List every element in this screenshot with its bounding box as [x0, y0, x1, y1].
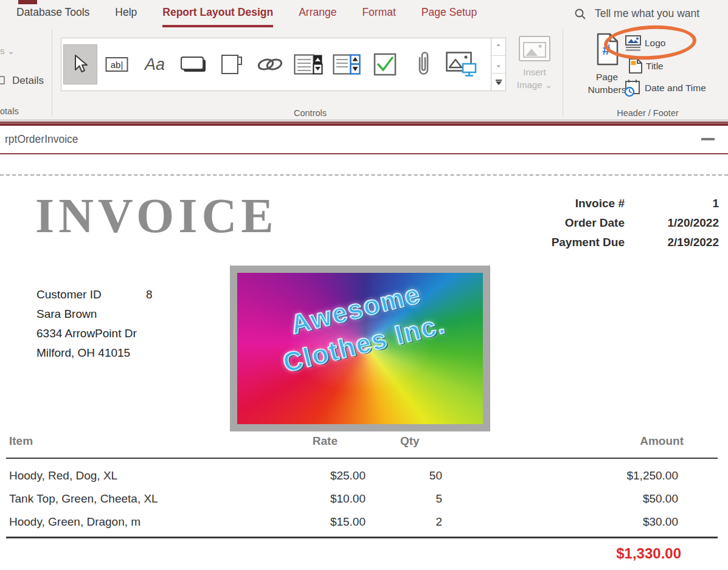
- cell-rate[interactable]: $25.00: [330, 469, 366, 482]
- button-icon: [180, 56, 207, 73]
- gallery-scroll-up-button[interactable]: ⌃: [491, 38, 505, 56]
- expand-gallery-icon: [496, 80, 502, 85]
- cell-item[interactable]: Hoody, Red, Dog, XL: [9, 469, 117, 482]
- payment-due-value[interactable]: 2/19/2022: [625, 236, 719, 249]
- insert-image-icon: [518, 35, 551, 62]
- tab-database-tools[interactable]: Database Tools: [16, 0, 89, 27]
- customer-name[interactable]: Sara Brown: [36, 304, 153, 324]
- insert-image-label-2: Image ⌄: [517, 78, 552, 91]
- table-row: Hoody, Red, Dog, XL $25.00 50 $1,250.00: [0, 464, 728, 487]
- label-aa-icon: Aa: [145, 57, 165, 73]
- ribbon-group-labels: Controls Header / Footer: [0, 108, 728, 120]
- image-control-icon: [446, 52, 477, 77]
- invoice-title[interactable]: INVOICE: [35, 191, 278, 240]
- header-footer-group-label: Header / Footer: [608, 108, 687, 118]
- cell-amount[interactable]: $50.00: [643, 492, 678, 506]
- gallery-scroll-down-button[interactable]: ⌄: [491, 56, 505, 74]
- report-layout-view: rptOrderInvoice INVOICE Invoice # 1 Orde…: [0, 126, 728, 570]
- order-date-value[interactable]: 1/20/2022: [625, 216, 719, 230]
- tab-arrange[interactable]: Arrange: [299, 0, 336, 27]
- cell-qty[interactable]: 5: [435, 492, 442, 506]
- table-footer-rule: [6, 537, 718, 538]
- col-header-rate[interactable]: Rate: [313, 434, 338, 448]
- table-row: Hoody, Green, Dragon, m $15.00 2 $30.00: [0, 510, 728, 533]
- invoice-number-label[interactable]: Invoice #: [494, 197, 625, 210]
- collapse-dash[interactable]: [701, 138, 715, 140]
- tab-format[interactable]: Format: [362, 0, 395, 27]
- combo-box-icon: [294, 54, 323, 75]
- col-header-qty[interactable]: Qty: [400, 434, 420, 448]
- cell-amount[interactable]: $30.00: [643, 515, 678, 529]
- invoice-meta: Invoice # 1 Order Date 1/20/2022 Payment…: [494, 194, 719, 252]
- logo-button[interactable]: Logo: [625, 35, 665, 51]
- company-logo-image[interactable]: Awesome Clothes Inc.: [230, 266, 490, 431]
- cell-item[interactable]: Tank Top, Green, Cheeta, XL: [9, 492, 158, 506]
- hide-details-button[interactable]: Details: [12, 75, 44, 87]
- tab-report-layout-design[interactable]: Report Layout Design: [162, 0, 273, 27]
- text-box-icon: ab|: [105, 56, 128, 73]
- hyperlink-tool[interactable]: [251, 38, 289, 91]
- order-date-row: Order Date 1/20/2022: [494, 213, 719, 233]
- list-box-tool[interactable]: [327, 38, 366, 91]
- order-date-label[interactable]: Order Date: [494, 216, 625, 230]
- select-tool-button[interactable]: [63, 44, 97, 84]
- ribbon-bottom-separator: [0, 120, 728, 126]
- invoice-number-row: Invoice # 1: [494, 194, 719, 213]
- table-row: Tank Top, Green, Cheeta, XL $10.00 5 $50…: [0, 487, 728, 510]
- cutoff-dropdown[interactable]: s ⌄: [0, 46, 15, 57]
- cell-qty[interactable]: 50: [429, 469, 442, 482]
- customer-id-value[interactable]: 8: [146, 285, 153, 304]
- col-header-item[interactable]: Item: [9, 434, 33, 448]
- tab-control-icon: [221, 54, 243, 75]
- customer-id-label[interactable]: Customer ID: [36, 285, 146, 304]
- tab-underline: [0, 153, 728, 154]
- search-icon: [574, 8, 586, 20]
- cell-rate[interactable]: $10.00: [330, 492, 366, 506]
- group-divider: [563, 29, 563, 117]
- invoice-total[interactable]: $1,330.00: [616, 545, 681, 562]
- image-control-tool[interactable]: [442, 38, 480, 91]
- label-tool[interactable]: Aa: [136, 38, 174, 91]
- paperclip-icon: [415, 52, 431, 77]
- check-box-tool[interactable]: [366, 38, 404, 91]
- title-button[interactable]: Title: [628, 58, 664, 74]
- logo-label: Logo: [645, 38, 665, 49]
- title-label: Title: [646, 61, 664, 72]
- group-divider: [52, 29, 52, 117]
- controls-gallery: ab| Aa: [61, 38, 506, 91]
- cell-item[interactable]: Hoody, Green, Dragon, m: [9, 515, 140, 529]
- customer-address-1[interactable]: 6334 ArrowPoint Dr: [36, 324, 153, 343]
- payment-due-row: Payment Due 2/19/2022: [494, 233, 719, 252]
- attachment-tool[interactable]: [404, 38, 442, 91]
- cell-rate[interactable]: $15.00: [330, 515, 366, 529]
- page-numbers-icon: #: [594, 33, 620, 66]
- button-tool[interactable]: [174, 38, 212, 91]
- table-header-rule: [6, 458, 718, 459]
- gallery-expand-button[interactable]: [491, 74, 505, 91]
- combo-box-tool[interactable]: [289, 38, 327, 91]
- svg-text:ab|: ab|: [110, 60, 123, 70]
- customer-block: Customer ID 8 Sara Brown 6334 ArrowPoint…: [36, 285, 153, 363]
- col-header-amount[interactable]: Amount: [640, 434, 684, 448]
- cell-qty[interactable]: 2: [435, 515, 442, 529]
- tell-me-search[interactable]: Tell me what you want: [574, 0, 699, 27]
- text-box-tool[interactable]: ab|: [97, 38, 136, 91]
- controls-group-label: Controls: [283, 108, 338, 118]
- report-object-tab[interactable]: rptOrderInvoice: [5, 133, 78, 146]
- customer-address-2[interactable]: Milford, OH 41015: [36, 343, 153, 363]
- tab-help[interactable]: Help: [115, 0, 137, 27]
- cell-amount[interactable]: $1,250.00: [626, 469, 678, 482]
- insert-image-button[interactable]: Insert Image ⌄: [512, 35, 557, 103]
- customer-id-row: Customer ID 8: [36, 285, 153, 304]
- tab-control-tool[interactable]: [212, 38, 251, 91]
- grouping-totals-group: s ⌄ Details otals: [0, 27, 52, 118]
- invoice-number-value[interactable]: 1: [625, 197, 719, 210]
- title-icon: [628, 58, 643, 74]
- hyperlink-chain-icon: [255, 55, 285, 74]
- insert-image-label-1: Insert: [517, 66, 552, 78]
- date-and-time-button[interactable]: Date and Time: [623, 79, 706, 97]
- tell-me-label: Tell me what you want: [595, 7, 699, 20]
- rainbow-swirl-image: Awesome Clothes Inc.: [237, 273, 483, 424]
- payment-due-label[interactable]: Payment Due: [494, 236, 625, 249]
- tab-page-setup[interactable]: Page Setup: [421, 0, 477, 27]
